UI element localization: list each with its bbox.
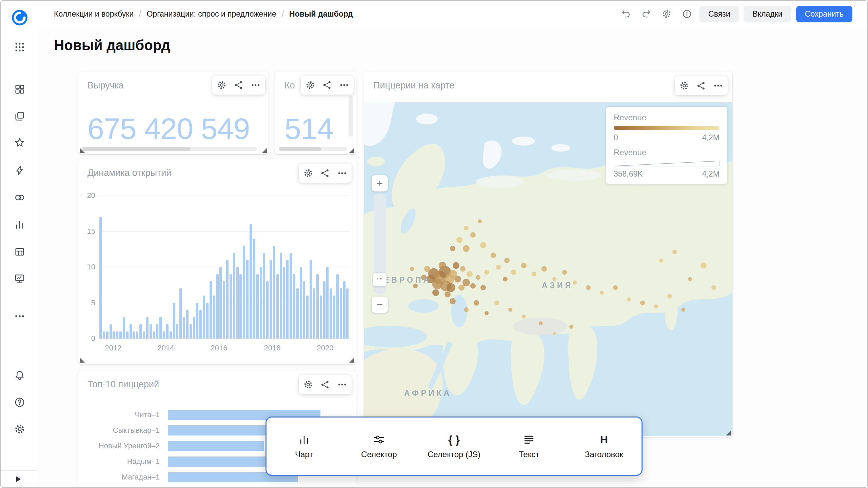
- widget-title: Топ-10 пиццерий: [87, 379, 159, 390]
- sidebar-divider: [12, 295, 27, 295]
- bar: [233, 253, 235, 339]
- bar: [263, 253, 265, 339]
- widget-settings-gear-icon[interactable]: [214, 77, 230, 93]
- help-icon[interactable]: [11, 394, 28, 411]
- map-bubble: [467, 271, 473, 277]
- map-bubble: [541, 266, 547, 271]
- widget-settings-gear-icon[interactable]: [676, 78, 692, 94]
- widget-settings-gear-icon[interactable]: [300, 377, 316, 392]
- map-bubble: [503, 277, 508, 282]
- map-bubble: [654, 304, 658, 308]
- panel-item-label: Чарт: [295, 450, 313, 459]
- widget-links-share-icon[interactable]: [231, 77, 246, 93]
- top10-category-label: Магадан–1: [87, 473, 160, 482]
- sidebar-item-editor[interactable]: [11, 162, 28, 179]
- sidebar-item-dashboards[interactable]: [11, 81, 28, 98]
- collapse-arrow-icon[interactable]: [16, 476, 21, 482]
- map-region-label: ЕВРОПА: [384, 276, 431, 285]
- sidebar-item-connections[interactable]: [11, 189, 28, 206]
- bar: [226, 260, 229, 339]
- add-text-button[interactable]: Текст: [492, 418, 567, 475]
- resize-handle[interactable]: [726, 430, 731, 435]
- widget-more-ellipsis-icon[interactable]: [334, 377, 350, 392]
- resize-handle[interactable]: [262, 148, 267, 153]
- widget-links-share-icon[interactable]: [693, 78, 709, 94]
- save-button[interactable]: Сохранить: [796, 6, 852, 22]
- widget-more-ellipsis-icon[interactable]: [710, 78, 726, 94]
- top10-bar: [168, 441, 264, 451]
- map-region-label: АФРИКА: [404, 389, 452, 398]
- widget-links-share-icon[interactable]: [317, 377, 333, 392]
- bar: [136, 331, 138, 339]
- horizontal-scrollbar[interactable]: [82, 147, 257, 151]
- notifications-bell-icon[interactable]: [11, 367, 28, 384]
- map-bubble: [474, 300, 479, 306]
- apps-grid-icon[interactable]: [11, 39, 28, 56]
- page-title: Новый дашборд: [54, 37, 170, 54]
- widget-links-share-icon[interactable]: [319, 77, 335, 93]
- count-value: 514: [284, 111, 356, 146]
- map-legend: Revenue 0 4,2M Revenue 358,69K 4,2M: [606, 107, 727, 184]
- add-chart-button[interactable]: Чарт: [267, 418, 341, 475]
- sidebar-item-presentations[interactable]: [11, 270, 28, 287]
- map-bubble: [521, 263, 527, 268]
- settings-gear-icon[interactable]: [11, 421, 28, 438]
- sidebar-item-workbooks[interactable]: [11, 108, 28, 125]
- sidebar-more-button[interactable]: [11, 308, 28, 325]
- undo-icon[interactable]: [618, 6, 634, 22]
- add-selector-js-button[interactable]: { } Селектор (JS): [416, 418, 491, 475]
- widget-more-ellipsis-icon[interactable]: [334, 165, 350, 181]
- tabs-button[interactable]: Вкладки: [744, 6, 791, 22]
- add-selector-button[interactable]: Селектор: [341, 418, 416, 475]
- resize-handle[interactable]: [80, 358, 85, 363]
- bar: [119, 331, 122, 339]
- sidebar-item-favorites[interactable]: [11, 134, 28, 151]
- sidebar-item-datasets[interactable]: [11, 243, 28, 260]
- panel-item-label: Заголовок: [585, 450, 623, 459]
- dashboard-settings-gear-icon[interactable]: [659, 6, 674, 22]
- resize-handle[interactable]: [349, 358, 354, 363]
- widget-title: Ко: [284, 80, 295, 91]
- map-bubble: [478, 219, 482, 223]
- scrollbar-thumb[interactable]: [279, 147, 321, 151]
- widget-actions: [299, 375, 352, 394]
- resize-handle[interactable]: [349, 148, 354, 153]
- widget-links-share-icon[interactable]: [317, 165, 333, 181]
- sliders-icon: [373, 433, 385, 446]
- links-button[interactable]: Связи: [699, 6, 739, 22]
- map-ruler-handle[interactable]: [373, 273, 387, 286]
- y-tick-label: 20: [80, 191, 95, 200]
- horizontal-scrollbar[interactable]: [279, 147, 347, 151]
- bar: [106, 331, 108, 339]
- widget-settings-gear-icon[interactable]: [302, 77, 318, 93]
- add-heading-button[interactable]: H Заголовок: [567, 418, 642, 475]
- panel-item-label: Селектор: [361, 450, 397, 459]
- map-zoom-in-button[interactable]: +: [372, 175, 388, 191]
- app-window: Коллекции и воркбуки / Организации: спро…: [0, 0, 868, 488]
- bar: [166, 324, 169, 339]
- breadcrumb-collections[interactable]: Коллекции и воркбуки: [54, 9, 134, 19]
- bar: [333, 296, 335, 339]
- redo-icon[interactable]: [638, 6, 654, 22]
- bar: [330, 288, 332, 339]
- map-bubble: [456, 237, 462, 243]
- legend-max: 4,2M: [702, 133, 719, 142]
- resize-handle[interactable]: [80, 148, 85, 153]
- vertical-scrollbar[interactable]: [349, 96, 353, 137]
- top10-category-label: Сыктывкар–1: [87, 426, 160, 435]
- map-bubble: [569, 325, 573, 329]
- info-icon[interactable]: [679, 6, 695, 22]
- map-bubble: [458, 285, 465, 291]
- scrollbar-thumb[interactable]: [82, 147, 191, 151]
- breadcrumb-workbook[interactable]: Организации: спрос и предложение: [146, 9, 276, 19]
- datalens-logo-icon[interactable]: [12, 9, 28, 26]
- widget-more-ellipsis-icon[interactable]: [336, 77, 352, 93]
- bar: [203, 296, 205, 339]
- map-bubble: [508, 308, 512, 312]
- widget-settings-gear-icon[interactable]: [300, 165, 316, 181]
- map-bubble: [553, 332, 556, 335]
- map-zoom-out-button[interactable]: −: [372, 297, 388, 313]
- widget-map: Пиццерии на карте: [364, 72, 732, 437]
- sidebar-item-charts[interactable]: [11, 216, 28, 233]
- widget-more-ellipsis-icon[interactable]: [248, 77, 263, 93]
